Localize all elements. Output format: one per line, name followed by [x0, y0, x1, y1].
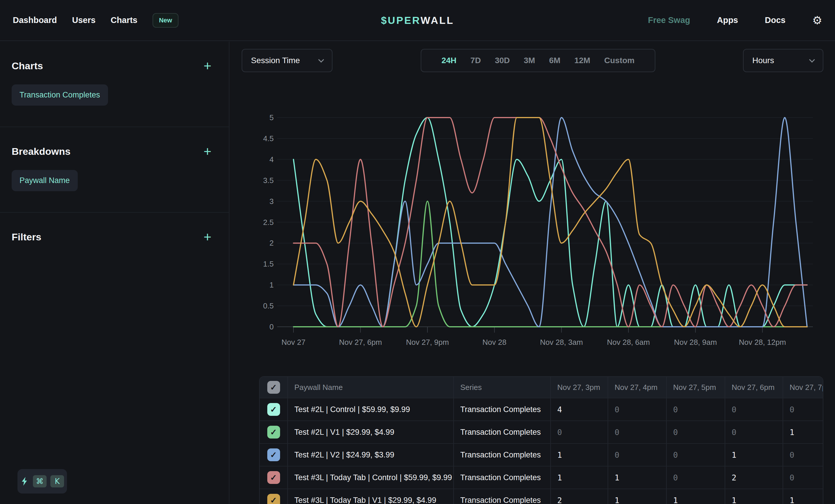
add-charts-button[interactable]: +	[204, 61, 211, 71]
value-cell: 1	[608, 489, 666, 504]
value-cell: 2	[725, 466, 782, 488]
series-name: Transaction Completes	[453, 489, 550, 504]
top-nav: Dashboard Users Charts New $UPERWALL Fre…	[0, 0, 835, 41]
range-6m[interactable]: 6M	[549, 56, 561, 65]
svg-text:4: 4	[270, 155, 274, 164]
range-30d[interactable]: 30D	[495, 56, 510, 65]
value-cell: 0	[550, 421, 608, 443]
table-row: ✓Test #2L | Control | $59.99, $9.99Trans…	[260, 398, 823, 420]
table-header-cell: Nov 27, 6pm	[725, 377, 782, 398]
range-custom[interactable]: Custom	[604, 56, 634, 65]
superwall-logo[interactable]: $UPERWALL	[381, 15, 454, 26]
value-cell: 1	[666, 489, 725, 504]
svg-text:Nov 27, 9pm: Nov 27, 9pm	[406, 338, 449, 346]
value-cell: 0	[725, 421, 782, 443]
table-header-row: ✓Paywall NameSeriesNov 27, 3pmNov 27, 4p…	[260, 377, 823, 398]
table-row: ✓Test #3L | Today Tab | Control | $59.99…	[260, 466, 823, 488]
svg-text:2: 2	[270, 238, 274, 247]
select-all-checkbox[interactable]: ✓	[267, 381, 280, 394]
series-name: Transaction Completes	[453, 398, 550, 420]
range-12m[interactable]: 12M	[574, 56, 590, 65]
nav-item-apps[interactable]: Apps	[717, 16, 738, 25]
value-cell: 1	[550, 466, 608, 488]
series-name: Transaction Completes	[453, 444, 550, 466]
nav-item-dashboard[interactable]: Dashboard	[13, 16, 57, 25]
value-cell: 1	[782, 489, 823, 504]
svg-text:Nov 28: Nov 28	[483, 338, 506, 346]
svg-text:0: 0	[270, 322, 274, 331]
sidebar-section-charts: Charts+Transaction Completes	[0, 42, 229, 127]
pill-paywall-name[interactable]: Paywall Name	[12, 170, 78, 191]
table-header-cell: Series	[453, 377, 550, 398]
table-row: ✓Test #2L | V1 | $29.99, $4.99Transactio…	[260, 420, 823, 443]
svg-text:Nov 28, 6am: Nov 28, 6am	[607, 338, 650, 346]
value-cell: 0	[666, 444, 725, 466]
value-cell: 0	[666, 421, 725, 443]
table-row: ✓Test #3L | Today Tab | V1 | $29.99, $4.…	[260, 488, 823, 504]
add-breakdowns-button[interactable]: +	[204, 146, 211, 157]
svg-text:3: 3	[270, 197, 274, 206]
value-cell: 0	[725, 398, 782, 420]
sidebar-section-breakdowns: Breakdowns+Paywall Name	[0, 127, 229, 213]
row-checkbox[interactable]: ✓	[267, 471, 280, 484]
value-cell: 2	[550, 489, 608, 504]
paywall-name: Test #3L | Today Tab | V1 | $29.99, $4.9…	[287, 489, 453, 504]
row-checkbox[interactable]: ✓	[267, 448, 280, 461]
table-header-cell: Nov 27, 3pm	[550, 377, 608, 398]
logo-accent: $UPER	[381, 15, 421, 26]
sidebar-section-title: Filters	[12, 231, 41, 243]
value-cell: 0	[608, 421, 666, 443]
k-key[interactable]: K	[50, 475, 64, 487]
table-row: ✓Test #2L | V2 | $24.99, $3.99Transactio…	[260, 443, 823, 466]
chevron-down-icon	[809, 57, 815, 63]
table-header-cell: Nov 27, 4pm	[608, 377, 666, 398]
unit-select-value: Hours	[752, 56, 774, 65]
nav-item-users[interactable]: Users	[72, 16, 96, 25]
series-name: Transaction Completes	[453, 466, 550, 488]
value-cell: 0	[608, 444, 666, 466]
metric-select[interactable]: Session Time	[242, 49, 332, 72]
sidebar: Charts+Transaction CompletesBreakdowns+P…	[0, 42, 229, 504]
table-header-cell: Nov 27, 7pm	[782, 377, 823, 398]
range-7d[interactable]: 7D	[470, 56, 481, 65]
gear-icon[interactable]: ⚙	[812, 15, 822, 26]
svg-text:1.5: 1.5	[263, 259, 274, 268]
svg-text:5: 5	[270, 113, 274, 122]
value-cell: 1	[550, 444, 608, 466]
value-cell: 0	[782, 398, 823, 420]
value-cell: 0	[608, 398, 666, 420]
svg-text:Nov 27, 6pm: Nov 27, 6pm	[339, 338, 382, 346]
logo-rest: WALL	[421, 15, 454, 26]
value-cell: 1	[608, 466, 666, 488]
svg-text:Nov 28, 3am: Nov 28, 3am	[540, 338, 583, 346]
paywall-name: Test #3L | Today Tab | Control | $59.99,…	[287, 466, 453, 488]
row-checkbox[interactable]: ✓	[267, 426, 280, 439]
svg-text:2.5: 2.5	[263, 218, 274, 227]
value-cell: 4	[550, 398, 608, 420]
nav-left: Dashboard Users Charts New	[13, 13, 179, 28]
value-cell: 0	[666, 466, 725, 488]
nav-item-charts[interactable]: Charts	[110, 16, 138, 25]
row-checkbox[interactable]: ✓	[267, 403, 280, 416]
nav-item-docs[interactable]: Docs	[765, 16, 786, 25]
table-header-cell: Nov 27, 5pm	[666, 377, 725, 398]
range-24h[interactable]: 24H	[441, 56, 456, 65]
unit-select[interactable]: Hours	[743, 49, 823, 72]
nav-item-free-swag[interactable]: Free Swag	[648, 16, 690, 25]
value-cell: 0	[782, 444, 823, 466]
row-checkbox[interactable]: ✓	[267, 494, 280, 504]
sidebar-section-title: Breakdowns	[12, 146, 70, 157]
value-cell: 1	[725, 489, 782, 504]
metric-select-value: Session Time	[251, 56, 300, 65]
paywall-name: Test #2L | V2 | $24.99, $3.99	[287, 444, 453, 466]
value-cell: 0	[782, 466, 823, 488]
table-header-cell: Paywall Name	[287, 377, 453, 398]
add-filters-button[interactable]: +	[204, 232, 211, 243]
range-group: 24H7D30D3M6M12MCustom	[421, 49, 655, 72]
svg-text:4.5: 4.5	[263, 134, 274, 143]
breakdown-table: ✓Paywall NameSeriesNov 27, 3pmNov 27, 4p…	[259, 376, 823, 504]
pill-transaction-completes[interactable]: Transaction Completes	[12, 84, 108, 106]
new-badge: New	[152, 13, 179, 28]
range-3m[interactable]: 3M	[524, 56, 535, 65]
command-key[interactable]: ⌘	[33, 475, 46, 487]
